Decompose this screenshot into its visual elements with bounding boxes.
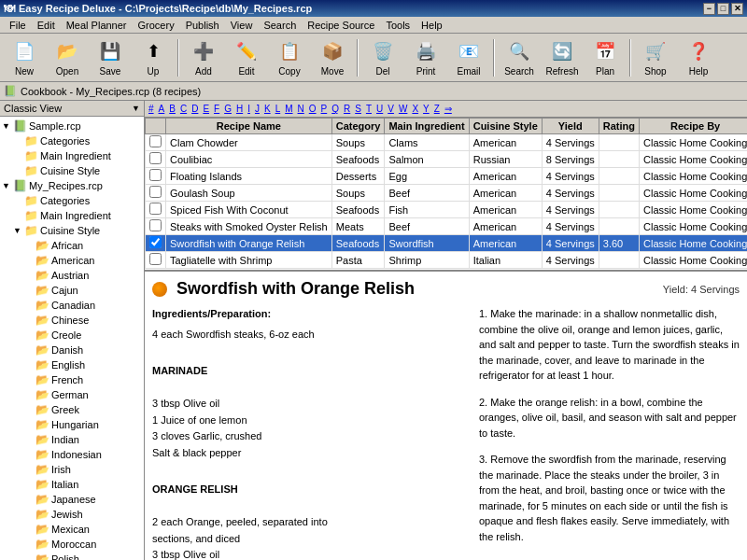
sidebar-item-main-ingredient[interactable]: 📁Main Ingredient	[2, 148, 142, 163]
toolbar-btn-move[interactable]: 📦Move	[312, 36, 353, 79]
alpha-btn-W[interactable]: W	[397, 104, 409, 114]
toolbar-btn-up[interactable]: ⬆Up	[133, 36, 174, 79]
close-button[interactable]: ✕	[731, 3, 743, 15]
sidebar-item-hungarian[interactable]: 📂Hungarian	[2, 417, 142, 432]
toolbar-btn-help[interactable]: ❓Help	[678, 36, 719, 79]
sidebar-item-french[interactable]: 📂French	[2, 372, 142, 387]
alpha-btn-V[interactable]: V	[386, 104, 396, 114]
toolbar-btn-plan[interactable]: 📅Plan	[585, 36, 626, 79]
alpha-btn-H[interactable]: H	[234, 104, 245, 114]
table-row[interactable]: Goulash SoupSoupsBeefAmerican4 ServingsC…	[146, 185, 748, 202]
row-checkbox[interactable]	[149, 203, 162, 215]
sidebar-item-indian[interactable]: 📂Indian	[2, 432, 142, 447]
toolbar-btn-search[interactable]: 🔍Search	[499, 36, 540, 79]
alpha-btn-F[interactable]: F	[212, 104, 221, 114]
table-row[interactable]: Tagliatelle with ShrimpPastaShrimpItalia…	[146, 252, 748, 269]
toolbar-btn-copy[interactable]: 📋Copy	[269, 36, 310, 79]
sidebar-dropdown-icon[interactable]: ▼	[132, 104, 140, 113]
maximize-button[interactable]: □	[717, 3, 729, 15]
sidebar-item-mexican[interactable]: 📂Mexican	[2, 522, 142, 537]
sidebar-item-moroccan[interactable]: 📂Moroccan	[2, 537, 142, 552]
col-header-recipe-by[interactable]: Recipe By	[640, 119, 748, 134]
alpha-btn-N[interactable]: N	[296, 104, 306, 114]
row-checkbox[interactable]	[149, 135, 162, 147]
menu-item-publish[interactable]: Publish	[180, 19, 225, 32]
menu-item-edit[interactable]: Edit	[32, 19, 61, 32]
toolbar-btn-edit[interactable]: ✏️Edit	[226, 36, 267, 79]
toolbar-btn-new[interactable]: 📄New	[4, 36, 45, 79]
menu-item-tools[interactable]: Tools	[380, 19, 416, 32]
sidebar-item-italian[interactable]: 📂Italian	[2, 477, 142, 492]
col-header-main-ingredient[interactable]: Main Ingredient	[385, 119, 469, 134]
table-row[interactable]: CoulibiacSeafoodsSalmonRussian8 Servings…	[146, 151, 748, 168]
alpha-btn-S[interactable]: S	[353, 104, 363, 114]
alpha-btn-D[interactable]: D	[190, 104, 200, 114]
toolbar-btn-add[interactable]: ➕Add	[183, 36, 224, 79]
toolbar-btn-open[interactable]: 📂Open	[47, 36, 88, 79]
sidebar-item-irish[interactable]: 📂Irish	[2, 462, 142, 477]
sidebar-item-my-cuisine[interactable]: ▼📁Cuisine Style	[2, 223, 142, 238]
alpha-btn-I[interactable]: I	[246, 104, 252, 114]
alpha-btn-Z[interactable]: Z	[432, 104, 442, 114]
sidebar-item-cajun[interactable]: 📂Cajun	[2, 283, 142, 298]
sidebar-item-my-categories[interactable]: 📁Categories	[2, 193, 142, 208]
alpha-btn-L[interactable]: L	[274, 104, 283, 114]
sidebar-item-categories[interactable]: 📁Categories	[2, 133, 142, 148]
menu-item-search[interactable]: Search	[258, 19, 302, 32]
toolbar-btn-del[interactable]: 🗑️Del	[362, 36, 403, 79]
table-row[interactable]: Steaks with Smoked Oyster RelishMeatsBee…	[146, 218, 748, 235]
sidebar-item-german[interactable]: 📂German	[2, 387, 142, 402]
toolbar-btn-print[interactable]: 🖨️Print	[405, 36, 446, 79]
sidebar-item-american[interactable]: 📂American	[2, 253, 142, 268]
alpha-btn-Y[interactable]: Y	[421, 104, 431, 114]
toolbar-btn-save[interactable]: 💾Save	[90, 36, 131, 79]
sidebar-item-my-main[interactable]: 📁Main Ingredient	[2, 208, 142, 223]
menu-item-help[interactable]: Help	[416, 19, 448, 32]
menu-item-view[interactable]: View	[225, 19, 259, 32]
sidebar-item-english[interactable]: 📂English	[2, 357, 142, 372]
alpha-btn-U[interactable]: U	[374, 104, 385, 114]
col-header-cuisine-style[interactable]: Cuisine Style	[469, 119, 542, 134]
recipe-list[interactable]: Recipe NameCategoryMain IngredientCuisin…	[145, 118, 747, 272]
row-checkbox[interactable]	[149, 169, 162, 181]
alpha-btn-arrow[interactable]: ⇒	[443, 104, 454, 114]
sidebar-item-canadian[interactable]: 📂Canadian	[2, 298, 142, 313]
sidebar-item-creole[interactable]: 📂Creole	[2, 328, 142, 343]
toolbar-btn-refresh[interactable]: 🔄Refresh	[542, 36, 583, 79]
alpha-btn-M[interactable]: M	[283, 104, 294, 114]
col-header-yield[interactable]: Yield	[542, 119, 599, 134]
sidebar-item-polish[interactable]: 📂Polish	[2, 552, 142, 560]
alpha-btn-X[interactable]: X	[410, 104, 420, 114]
sidebar-item-sample[interactable]: ▼📗Sample.rcp	[2, 119, 142, 133]
menu-item-recipe-source[interactable]: Recipe Source	[302, 19, 380, 32]
alpha-btn-B[interactable]: B	[167, 104, 177, 114]
toolbar-btn-shop[interactable]: 🛒Shop	[635, 36, 676, 79]
alpha-btn-C[interactable]: C	[178, 104, 189, 114]
sidebar-item-danish[interactable]: 📂Danish	[2, 343, 142, 357]
sidebar-item-cuisine-style[interactable]: 📁Cuisine Style	[2, 163, 142, 178]
table-row[interactable]: Clam ChowderSoupsClamsAmerican4 Servings…	[146, 134, 748, 151]
row-checkbox[interactable]	[149, 152, 162, 164]
row-checkbox[interactable]	[149, 236, 162, 248]
alpha-btn-J[interactable]: J	[253, 104, 261, 114]
sidebar-item-indonesian[interactable]: 📂Indonesian	[2, 447, 142, 462]
sidebar-item-austrian[interactable]: 📂Austrian	[2, 268, 142, 283]
minimize-button[interactable]: −	[703, 3, 715, 15]
col-header-[interactable]	[146, 119, 166, 134]
menu-item-grocery[interactable]: Grocery	[133, 19, 180, 32]
alpha-btn-R[interactable]: R	[342, 104, 352, 114]
sidebar-item-greek[interactable]: 📂Greek	[2, 402, 142, 417]
alpha-btn-O[interactable]: O	[307, 104, 318, 114]
alpha-btn-K[interactable]: K	[262, 104, 273, 114]
table-row[interactable]: Floating IslandsDessertsEggAmerican4 Ser…	[146, 168, 748, 185]
sidebar-item-african[interactable]: 📂African	[2, 238, 142, 253]
alpha-btn-E[interactable]: E	[201, 104, 211, 114]
alpha-btn-A[interactable]: A	[157, 104, 167, 114]
col-header-rating[interactable]: Rating	[599, 119, 639, 134]
alpha-btn-P[interactable]: P	[319, 104, 330, 114]
toolbar-btn-email[interactable]: 📧Email	[448, 36, 489, 79]
alpha-btn-G[interactable]: G	[222, 104, 233, 114]
col-header-recipe-name[interactable]: Recipe Name	[166, 119, 332, 134]
menu-item-file[interactable]: File	[4, 19, 32, 32]
menu-item-meal-planner[interactable]: Meal Planner	[61, 19, 133, 32]
